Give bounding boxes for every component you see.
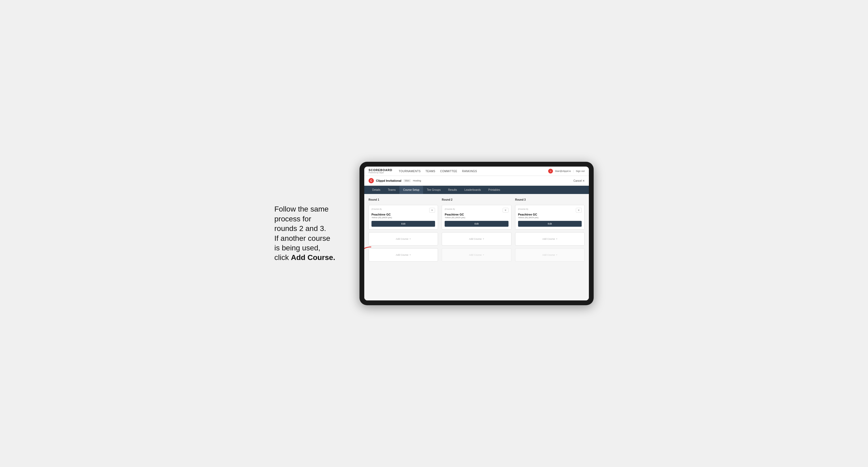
- course-details-r3: Yellow (M) (6629 yds): [518, 216, 582, 219]
- sign-out-link[interactable]: Sign out: [576, 170, 585, 173]
- tab-details[interactable]: Details: [369, 186, 384, 194]
- round-3-course-card: (Course A) ✕ Peachtree GC Yellow (M) (66…: [515, 205, 585, 230]
- tablet-device: SCOREBOARD Powered by clippd TOURNAMENTS…: [360, 162, 594, 305]
- card-header-r2: (Course A) ✕: [445, 208, 508, 213]
- clippd-logo: C: [369, 178, 374, 183]
- tablet-screen: SCOREBOARD Powered by clippd TOURNAMENTS…: [364, 166, 589, 301]
- round-2-column: Round 2 (Course A) ✕ Peachtree GC Yellow…: [442, 198, 511, 261]
- tab-tee-groups[interactable]: Tee Groups: [423, 186, 444, 194]
- round-1-column: Round 1 (Course A) ✕ Peachtree GC Yellow…: [369, 198, 438, 261]
- user-avatar: b: [548, 169, 553, 174]
- add-course-r2-disabled-label: Add Course: [469, 254, 482, 256]
- tab-leaderboards[interactable]: Leaderboards: [461, 186, 485, 194]
- round-1-course-card: (Course A) ✕ Peachtree GC Yellow (M) (66…: [369, 205, 438, 230]
- add-icon-r2-disabled: +: [483, 254, 484, 256]
- delete-course-r1[interactable]: ✕: [429, 208, 435, 213]
- logo-title: SCOREBOARD: [369, 169, 392, 172]
- add-course-r2-label: Add Course: [469, 238, 482, 240]
- logo-subtitle: Powered by clippd: [369, 172, 392, 174]
- nav-teams[interactable]: TEAMS: [426, 170, 435, 173]
- add-icon-r1-2: +: [409, 254, 411, 256]
- clippd-letter: C: [370, 179, 372, 182]
- edit-course-r2[interactable]: Edit: [445, 221, 508, 227]
- top-navigation: SCOREBOARD Powered by clippd TOURNAMENTS…: [364, 166, 589, 176]
- nav-right: b blair@clippd.io | Sign out: [548, 169, 585, 174]
- user-email: blair@clippd.io: [555, 170, 571, 173]
- course-name-r1: Peachtree GC: [371, 213, 435, 216]
- add-course-arrow-container: Add Course +: [369, 232, 438, 246]
- add-course-r3[interactable]: Add Course +: [515, 232, 585, 246]
- add-course-r1[interactable]: Add Course +: [369, 232, 438, 246]
- delete-course-r2[interactable]: ✕: [503, 208, 508, 213]
- nav-rankings[interactable]: RANKINGS: [462, 170, 477, 173]
- status-badge: Hosting: [413, 179, 421, 182]
- round-2-course-card: (Course A) ✕ Peachtree GC Yellow (M) (66…: [442, 205, 511, 230]
- scoreboard-logo: SCOREBOARD Powered by clippd: [369, 169, 392, 174]
- nav-links: TOURNAMENTS TEAMS COMMITTEE RANKINGS: [399, 170, 542, 173]
- course-name-r3: Peachtree GC: [518, 213, 582, 216]
- add-icon-r3: +: [556, 238, 557, 240]
- rounds-container: Round 1 (Course A) ✕ Peachtree GC Yellow…: [369, 198, 585, 261]
- nav-committee[interactable]: COMMITTEE: [440, 170, 457, 173]
- add-course-r3-disabled-label: Add Course: [542, 254, 555, 256]
- sub-header-left: C Clippd Invitational Men Hosting: [369, 178, 574, 183]
- gender-badge: Men: [403, 179, 411, 182]
- add-course-r2[interactable]: Add Course +: [442, 232, 511, 246]
- course-label-r3: (Course A): [518, 208, 528, 210]
- add-course-r1-label: Add Course: [396, 238, 408, 240]
- instruction-text: Follow the sameprocess forrounds 2 and 3…: [274, 205, 349, 262]
- course-details-r1: Yellow (M) (6629 yds): [371, 216, 435, 219]
- add-course-r1-2-label: Add Course: [396, 254, 408, 256]
- add-course-r3-label: Add Course: [542, 238, 555, 240]
- course-details-r2: Yellow (M) (6629 yds): [445, 216, 508, 219]
- round-3-column: Round 3 (Course A) ✕ Peachtree GC Yellow…: [515, 198, 585, 261]
- add-course-r1-2[interactable]: Add Course +: [369, 248, 438, 261]
- nav-tournaments[interactable]: TOURNAMENTS: [399, 170, 421, 173]
- add-icon-r2: +: [483, 238, 484, 240]
- cancel-button[interactable]: Cancel ✕: [574, 179, 585, 182]
- tab-course-setup[interactable]: Course Setup: [399, 186, 423, 194]
- tab-printables[interactable]: Printables: [485, 186, 504, 194]
- sub-header: C Clippd Invitational Men Hosting Cancel…: [364, 176, 589, 186]
- tournament-name: Clippd Invitational: [376, 179, 401, 182]
- tab-results[interactable]: Results: [444, 186, 461, 194]
- course-label: (Course A): [371, 208, 381, 210]
- course-name-r2: Peachtree GC: [445, 213, 508, 216]
- tab-bar: Details Teams Course Setup Tee Groups Re…: [364, 186, 589, 194]
- page-container: Follow the sameprocess forrounds 2 and 3…: [274, 162, 594, 305]
- course-label-r2: (Course A): [445, 208, 455, 210]
- round-2-title: Round 2: [442, 198, 511, 201]
- round-3-title: Round 3: [515, 198, 585, 201]
- edit-course-r1[interactable]: Edit: [371, 221, 435, 227]
- edit-course-r3[interactable]: Edit: [518, 221, 582, 227]
- main-content: Round 1 (Course A) ✕ Peachtree GC Yellow…: [364, 194, 589, 301]
- add-course-r2-disabled: Add Course +: [442, 248, 511, 261]
- round-1-title: Round 1: [369, 198, 438, 201]
- card-header-r3: (Course A) ✕: [518, 208, 582, 213]
- add-icon-r1: +: [409, 238, 411, 240]
- divider: |: [573, 170, 574, 173]
- delete-course-r3[interactable]: ✕: [576, 208, 582, 213]
- tab-teams[interactable]: Teams: [384, 186, 399, 194]
- add-course-r3-disabled: Add Course +: [515, 248, 585, 261]
- add-icon-r3-disabled: +: [556, 254, 557, 256]
- card-header: (Course A) ✕: [371, 208, 435, 213]
- instruction-bold: Add Course.: [291, 253, 335, 261]
